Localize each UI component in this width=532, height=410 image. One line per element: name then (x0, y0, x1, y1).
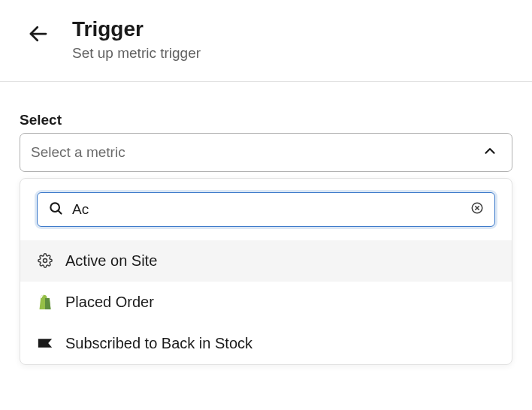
arrow-left-icon (27, 23, 50, 47)
search-field[interactable] (37, 192, 495, 227)
metric-option-placed-order[interactable]: Placed Order (20, 282, 512, 323)
metric-select[interactable]: Select a metric (20, 133, 512, 172)
shopify-bag-icon (37, 294, 53, 310)
content-area: Select Select a metric (0, 82, 532, 365)
page-subtitle: Set up metric trigger (72, 45, 201, 62)
search-input[interactable] (71, 200, 463, 219)
flag-icon (37, 335, 53, 351)
option-label: Subscribed to Back in Stock (65, 335, 252, 352)
search-wrap (20, 179, 512, 240)
back-button[interactable] (27, 17, 50, 47)
svg-point-6 (44, 259, 47, 263)
metric-option-subscribed-back-in-stock[interactable]: Subscribed to Back in Stock (20, 323, 512, 364)
option-label: Active on Site (65, 252, 157, 270)
search-icon (48, 200, 63, 219)
metric-option-active-on-site[interactable]: Active on Site (20, 240, 512, 282)
clear-search-button[interactable] (470, 201, 484, 217)
select-field-label: Select (20, 112, 512, 128)
page-title: Trigger (72, 17, 201, 42)
page-header: Trigger Set up metric trigger (0, 0, 532, 81)
metric-dropdown: Active on Site Placed Order Subscribed t… (20, 178, 512, 365)
select-placeholder: Select a metric (31, 144, 125, 161)
close-circle-icon (470, 201, 484, 217)
option-label: Placed Order (65, 294, 154, 311)
title-block: Trigger Set up metric trigger (72, 17, 201, 62)
svg-marker-7 (38, 339, 52, 348)
gear-icon (37, 252, 53, 269)
chevron-up-icon (482, 143, 498, 162)
svg-line-2 (59, 210, 62, 213)
